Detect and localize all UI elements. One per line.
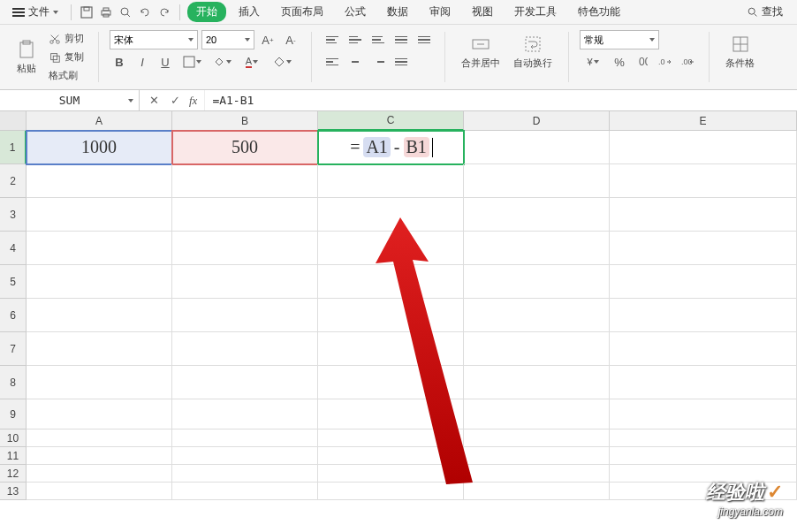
- print-preview-icon[interactable]: [118, 4, 133, 20]
- cell[interactable]: [27, 332, 172, 366]
- italic-button[interactable]: I: [133, 52, 152, 72]
- tab-home[interactable]: 开始: [187, 2, 226, 22]
- font-name-select[interactable]: 宋体: [110, 30, 198, 49]
- merge-center-button[interactable]: 合并居中: [456, 30, 505, 84]
- cell-d1[interactable]: [464, 131, 610, 164]
- increase-indent-button[interactable]: [414, 30, 434, 49]
- cell[interactable]: [610, 232, 797, 265]
- cell[interactable]: [464, 366, 610, 399]
- accept-formula-button[interactable]: ✓: [168, 94, 182, 108]
- increase-font-button[interactable]: A+: [258, 30, 277, 49]
- cell[interactable]: [27, 198, 172, 232]
- row-header-8[interactable]: 8: [0, 366, 27, 399]
- tab-special[interactable]: 特色功能: [569, 1, 629, 23]
- select-all-corner[interactable]: [0, 111, 27, 131]
- cell[interactable]: [172, 399, 318, 429]
- row-header-4[interactable]: 4: [0, 232, 27, 265]
- cell[interactable]: [318, 299, 464, 332]
- cell[interactable]: [318, 465, 464, 483]
- underline-button[interactable]: U: [156, 52, 175, 72]
- column-header-e[interactable]: E: [610, 111, 797, 131]
- save-icon[interactable]: [79, 4, 95, 20]
- cell[interactable]: [464, 232, 610, 265]
- cell[interactable]: [610, 465, 797, 483]
- cell[interactable]: [318, 265, 464, 299]
- cut-button[interactable]: 剪切: [45, 30, 87, 47]
- currency-button[interactable]: ¥: [580, 52, 606, 72]
- percent-button[interactable]: %: [610, 52, 629, 72]
- cell[interactable]: [27, 366, 172, 399]
- cell[interactable]: [172, 332, 318, 366]
- row-header-1[interactable]: 1: [0, 131, 27, 164]
- formula-input[interactable]: =A1-B1: [205, 90, 797, 110]
- cell[interactable]: [610, 299, 797, 332]
- tab-view[interactable]: 视图: [463, 1, 502, 23]
- row-header-2[interactable]: 2: [0, 164, 27, 198]
- cell[interactable]: [610, 399, 797, 429]
- bold-button[interactable]: B: [110, 52, 129, 72]
- cell[interactable]: [27, 399, 172, 429]
- tab-page-layout[interactable]: 页面布局: [272, 1, 332, 23]
- cell[interactable]: [172, 447, 318, 465]
- row-header-11[interactable]: 11: [0, 447, 27, 465]
- cell[interactable]: [172, 164, 318, 198]
- cell[interactable]: [318, 483, 464, 500]
- cell[interactable]: [464, 483, 610, 500]
- cell[interactable]: [610, 332, 797, 366]
- number-format-select[interactable]: 常规: [580, 30, 659, 49]
- tab-insert[interactable]: 插入: [230, 1, 269, 23]
- font-size-select[interactable]: 20: [201, 30, 254, 49]
- cell-b1[interactable]: 500: [172, 131, 318, 164]
- tab-developer[interactable]: 开发工具: [505, 1, 565, 23]
- comma-button[interactable]: 000: [633, 52, 652, 72]
- name-box[interactable]: SUM: [0, 90, 140, 110]
- wrap-text-button[interactable]: 自动换行: [508, 30, 558, 84]
- align-left-button[interactable]: [323, 52, 342, 72]
- file-menu[interactable]: 文件: [7, 3, 64, 21]
- cell[interactable]: [27, 164, 172, 198]
- cell[interactable]: [464, 447, 610, 465]
- align-right-button[interactable]: [368, 52, 388, 72]
- cell[interactable]: [172, 265, 318, 299]
- cell[interactable]: [172, 299, 318, 332]
- cell[interactable]: [318, 366, 464, 399]
- align-top-button[interactable]: [323, 30, 342, 49]
- align-center-button[interactable]: [345, 52, 365, 72]
- cell[interactable]: [464, 164, 610, 198]
- cell[interactable]: [27, 465, 172, 483]
- cell[interactable]: [464, 198, 610, 232]
- border-button[interactable]: [178, 52, 205, 72]
- cell-c1[interactable]: = A1 - B1: [318, 131, 464, 164]
- align-middle-button[interactable]: [345, 30, 365, 49]
- cell-e1[interactable]: [610, 131, 797, 164]
- tab-formulas[interactable]: 公式: [336, 1, 375, 23]
- row-header-10[interactable]: 10: [0, 429, 27, 447]
- cell[interactable]: [27, 299, 172, 332]
- cancel-formula-button[interactable]: ✕: [147, 94, 161, 108]
- align-bottom-button[interactable]: [368, 30, 388, 49]
- redo-icon[interactable]: [156, 4, 172, 20]
- fill-color-button[interactable]: [209, 52, 235, 72]
- paste-button[interactable]: 粘贴: [11, 35, 42, 79]
- cell[interactable]: [464, 265, 610, 299]
- cell[interactable]: [318, 447, 464, 465]
- decrease-font-button[interactable]: A-: [281, 30, 300, 49]
- cell[interactable]: [27, 429, 172, 447]
- cell[interactable]: [610, 265, 797, 299]
- fx-icon[interactable]: fx: [189, 94, 197, 108]
- font-color-button[interactable]: A: [239, 52, 265, 72]
- cell[interactable]: [464, 299, 610, 332]
- print-icon[interactable]: [98, 4, 114, 20]
- cell[interactable]: [610, 366, 797, 399]
- cell[interactable]: [172, 465, 318, 483]
- cell[interactable]: [27, 265, 172, 299]
- cell[interactable]: [27, 232, 172, 265]
- cell[interactable]: [318, 429, 464, 447]
- decrease-indent-button[interactable]: [391, 30, 411, 49]
- cell[interactable]: [610, 483, 797, 500]
- row-header-5[interactable]: 5: [0, 265, 27, 299]
- cell[interactable]: [172, 366, 318, 399]
- format-painter-button[interactable]: 格式刷: [45, 67, 87, 84]
- copy-button[interactable]: 复制: [45, 49, 87, 65]
- cell[interactable]: [27, 447, 172, 465]
